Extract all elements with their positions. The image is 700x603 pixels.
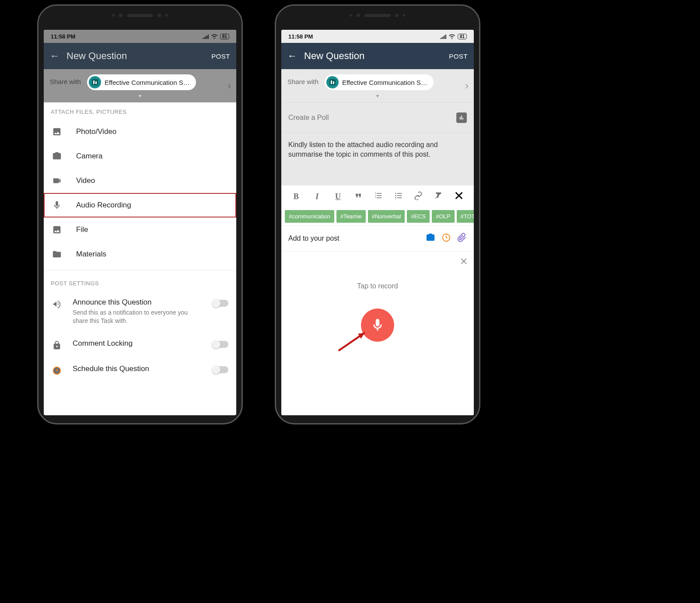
- tag-chip[interactable]: #Nonverbal: [368, 210, 405, 223]
- share-with-row[interactable]: Share with Effective Communication S… ▾ …: [44, 69, 236, 102]
- tag-chip[interactable]: #TOTD: [457, 210, 474, 223]
- wifi-icon: [211, 34, 218, 39]
- share-label: Share with: [50, 74, 81, 85]
- italic-button[interactable]: I: [312, 192, 322, 201]
- megaphone-icon: [52, 299, 62, 309]
- option-video[interactable]: Video: [44, 168, 236, 193]
- svg-rect-2: [95, 81, 97, 84]
- tags-row: #communication #Teamie #Nonverbal #ECS #…: [281, 207, 474, 225]
- post-textarea[interactable]: Kindly listen to the attached audio reco…: [281, 133, 474, 185]
- page-title: New Question: [66, 50, 211, 62]
- create-poll-row[interactable]: Create a Poll: [281, 102, 474, 133]
- status-time: 11:58 PM: [51, 33, 75, 40]
- setting-schedule[interactable]: Schedule this Question: [44, 358, 236, 383]
- share-chip[interactable]: Effective Communication S…: [87, 74, 196, 90]
- option-file[interactable]: File: [44, 217, 236, 242]
- svg-rect-1: [93, 81, 94, 84]
- mic-icon: [52, 200, 62, 210]
- status-icons: 81: [440, 34, 467, 39]
- chevron-right-icon[interactable]: ›: [465, 80, 469, 92]
- svg-rect-0: [92, 79, 98, 85]
- option-label: Photo/Video: [76, 127, 116, 136]
- tag-chip[interactable]: #ECS: [407, 210, 430, 223]
- share-label: Share with: [287, 74, 318, 85]
- status-time: 11:58 PM: [288, 33, 313, 40]
- close-toolbar-button[interactable]: [454, 191, 464, 202]
- record-hint: Tap to record: [281, 282, 474, 290]
- post-content: Kindly listen to the attached audio reco…: [288, 141, 438, 158]
- setting-desc: Send this as a notification to everyone …: [73, 309, 202, 325]
- poll-icon: [456, 112, 467, 123]
- chevron-down-icon: ▾: [376, 93, 379, 99]
- close-record-icon[interactable]: ✕: [460, 256, 468, 267]
- camera-attach-icon[interactable]: [426, 233, 435, 244]
- phone-frame-left: 11:58 PM 81 ← New Question POST Share wi…: [37, 4, 243, 424]
- post-button[interactable]: POST: [449, 53, 468, 60]
- add-label: Add to your post: [288, 235, 420, 242]
- tag-chip[interactable]: #communication: [285, 210, 334, 223]
- numbered-list-button[interactable]: [374, 191, 383, 202]
- underline-button[interactable]: U: [333, 192, 343, 201]
- back-button[interactable]: ←: [287, 50, 297, 62]
- svg-point-8: [395, 195, 396, 196]
- video-icon: [52, 175, 62, 186]
- setting-title: Schedule this Question: [73, 365, 202, 373]
- tag-chip[interactable]: #Teamie: [336, 210, 366, 223]
- svg-rect-6: [333, 81, 334, 84]
- chip-text: Effective Communication S…: [342, 79, 427, 86]
- chevron-down-icon: ▾: [139, 93, 141, 99]
- app-bar: ← New Question POST: [281, 43, 474, 69]
- back-button[interactable]: ←: [50, 50, 60, 62]
- tag-chip[interactable]: #OLP: [432, 210, 454, 223]
- toggle-locking[interactable]: [213, 341, 228, 348]
- svg-point-9: [395, 197, 396, 199]
- record-panel: ✕ Tap to record: [281, 252, 474, 415]
- bullet-list-button[interactable]: [394, 191, 403, 202]
- status-bar: 11:58 PM 81: [44, 30, 236, 43]
- option-label: Video: [76, 176, 95, 185]
- page-title: New Question: [304, 50, 449, 62]
- bold-button[interactable]: B: [291, 192, 301, 201]
- arrow-annotation: [334, 328, 373, 354]
- option-label: Camera: [76, 152, 102, 161]
- folder-icon: [52, 249, 62, 259]
- option-camera[interactable]: Camera: [44, 144, 236, 168]
- svg-point-7: [395, 193, 396, 194]
- chip-text: Effective Communication S…: [105, 79, 190, 86]
- battery-icon: 81: [220, 34, 229, 39]
- lock-icon: [52, 340, 62, 351]
- setting-comment-locking[interactable]: Comment Locking: [44, 332, 236, 358]
- link-button[interactable]: [414, 191, 423, 202]
- share-with-row[interactable]: Share with Effective Communication S… ▾ …: [281, 69, 474, 102]
- image-icon: [52, 126, 62, 137]
- setting-title: Announce this Question: [73, 298, 202, 307]
- attach-header: ATTACH FILES, PICTURES: [44, 102, 236, 119]
- status-bar: 11:58 PM 81: [281, 30, 474, 43]
- toggle-announce[interactable]: [213, 300, 228, 307]
- setting-announce[interactable]: Announce this Question Send this as a no…: [44, 291, 236, 332]
- quote-button[interactable]: [354, 191, 363, 202]
- clock-attach-icon[interactable]: [441, 233, 451, 244]
- clear-format-button[interactable]: [434, 191, 443, 202]
- share-chip[interactable]: Effective Communication S…: [325, 74, 434, 90]
- setting-title: Comment Locking: [73, 339, 202, 348]
- option-label: Materials: [76, 250, 106, 259]
- svg-rect-4: [329, 79, 336, 85]
- signal-icon: [440, 34, 446, 39]
- app-bar: ← New Question POST: [44, 43, 236, 69]
- chip-avatar-icon: [326, 76, 339, 88]
- option-materials[interactable]: Materials: [44, 242, 236, 266]
- status-icons: 81: [203, 34, 229, 39]
- option-label: Audio Recording: [76, 201, 131, 210]
- option-audio-recording[interactable]: Audio Recording: [44, 193, 236, 217]
- phone-frame-right: 11:58 PM 81 ← New Question POST Share wi…: [275, 4, 480, 424]
- clock-icon: [52, 365, 62, 376]
- post-button[interactable]: POST: [211, 53, 230, 60]
- battery-icon: 81: [458, 34, 467, 39]
- chevron-right-icon[interactable]: ›: [228, 80, 231, 92]
- toggle-schedule[interactable]: [213, 366, 228, 373]
- poll-label: Create a Poll: [288, 114, 329, 122]
- option-photo-video[interactable]: Photo/Video: [44, 119, 236, 144]
- file-icon: [52, 224, 62, 235]
- paperclip-attach-icon[interactable]: [457, 233, 467, 244]
